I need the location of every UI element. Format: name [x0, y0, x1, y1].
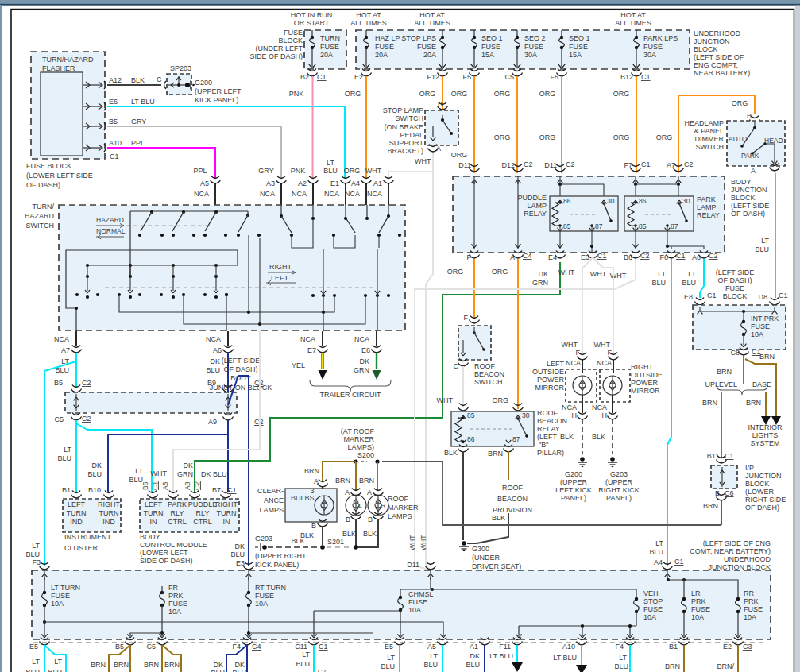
svg-text:ORG: ORG	[345, 90, 361, 98]
svg-text:LT BLU: LT BLU	[489, 652, 513, 660]
svg-text:"B": "B"	[539, 441, 548, 449]
svg-text:TURN: TURN	[99, 509, 119, 517]
svg-text:SP203: SP203	[170, 64, 191, 72]
svg-text:G203: G203	[610, 470, 628, 478]
svg-text:TRAILER CIRCUIT: TRAILER CIRCUIT	[319, 391, 381, 399]
svg-text:PARK LPS: PARK LPS	[643, 34, 678, 42]
svg-text:BLU: BLU	[423, 661, 438, 669]
svg-text:DK: DK	[234, 543, 245, 550]
svg-text:C1: C1	[151, 481, 159, 490]
svg-text:D11: D11	[458, 161, 471, 169]
svg-text:10A: 10A	[643, 613, 656, 621]
svg-text:F: F	[467, 253, 472, 261]
svg-text:C6: C6	[725, 489, 734, 497]
svg-text:BLU: BLU	[755, 245, 769, 253]
svg-text:B5: B5	[54, 379, 63, 387]
svg-text:SEO 2: SEO 2	[524, 34, 546, 42]
svg-text:GRN: GRN	[177, 470, 193, 478]
svg-text:D11: D11	[407, 561, 419, 569]
svg-text:10A: 10A	[408, 606, 421, 614]
svg-text:STOP: STOP	[643, 597, 663, 605]
svg-text:85: 85	[467, 411, 475, 419]
svg-text:OR START: OR START	[294, 19, 330, 27]
svg-text:BRN: BRN	[335, 477, 350, 485]
svg-text:LT TURN: LT TURN	[51, 584, 80, 592]
svg-text:IN: IN	[223, 518, 230, 526]
svg-text:FUSE: FUSE	[417, 43, 436, 51]
svg-text:A4: A4	[351, 180, 360, 187]
svg-text:BRN: BRN	[488, 450, 503, 458]
svg-text:(ON BRAKE: (ON BRAKE	[384, 123, 423, 131]
svg-text:BRN: BRN	[114, 661, 129, 669]
svg-text:F7: F7	[624, 161, 632, 169]
svg-text:NCA: NCA	[597, 359, 612, 367]
svg-text:ORG: ORG	[613, 90, 630, 98]
svg-text:LEFT KICK: LEFT KICK	[555, 486, 591, 494]
svg-text:RIGHT: RIGHT	[631, 363, 654, 371]
svg-text:B: B	[368, 516, 373, 523]
svg-text:ANCE: ANCE	[264, 496, 284, 504]
svg-text:NCA: NCA	[562, 404, 577, 411]
svg-text:ORG: ORG	[656, 133, 673, 141]
svg-text:LT BLU: LT BLU	[553, 654, 577, 662]
svg-text:BLU: BLU	[651, 279, 666, 287]
svg-text:KICK PANEL): KICK PANEL)	[255, 561, 299, 569]
svg-text:BASE: BASE	[752, 380, 771, 388]
svg-text:A: A	[367, 489, 372, 496]
svg-text:BLU: BLU	[25, 668, 40, 672]
svg-text:YEL: YEL	[292, 361, 305, 369]
svg-text:F11: F11	[499, 643, 511, 651]
svg-text:BODY: BODY	[731, 178, 752, 186]
svg-text:E6: E6	[109, 98, 118, 106]
svg-text:B5: B5	[115, 643, 124, 651]
svg-text:BEACON: BEACON	[474, 370, 504, 378]
svg-text:86: 86	[563, 197, 571, 205]
svg-text:BRN: BRN	[717, 368, 732, 376]
svg-text:C2: C2	[524, 160, 533, 168]
svg-text:WHT: WHT	[562, 341, 578, 349]
svg-text:PRK: PRK	[744, 597, 759, 605]
svg-text:A: A	[751, 167, 756, 175]
svg-text:BRN: BRN	[703, 502, 718, 510]
svg-text:SWITCH: SWITCH	[474, 378, 503, 386]
svg-text:ENG COMPT,: ENG COMPT,	[694, 61, 738, 69]
svg-text:LT: LT	[658, 270, 666, 278]
svg-text:BLU: BLU	[232, 669, 246, 672]
svg-text:BLK: BLK	[363, 530, 377, 538]
svg-text:FLASHER: FLASHER	[42, 64, 75, 72]
svg-text:A4: A4	[654, 558, 663, 566]
svg-text:30: 30	[522, 411, 530, 419]
svg-text:FUSE: FUSE	[691, 605, 710, 613]
svg-text:SEO 1: SEO 1	[569, 34, 590, 42]
svg-text:LIGHTS: LIGHTS	[752, 431, 779, 439]
svg-text:E3: E3	[236, 559, 245, 567]
svg-text:E6: E6	[361, 346, 370, 354]
svg-text:HAZ LP: HAZ LP	[375, 34, 400, 42]
svg-text:BLU: BLU	[614, 662, 628, 670]
svg-text:B2: B2	[300, 73, 309, 81]
svg-text:OUTSIDE: OUTSIDE	[532, 368, 564, 376]
svg-text:RELAY: RELAY	[537, 425, 560, 433]
svg-text:FUSE: FUSE	[725, 284, 744, 292]
svg-text:15A: 15A	[481, 51, 494, 59]
svg-text:UNDERHOOD: UNDERHOOD	[724, 555, 771, 563]
svg-text:DK: DK	[183, 462, 193, 469]
svg-text:(UPPER: (UPPER	[560, 478, 588, 486]
svg-text:BLK: BLK	[444, 449, 458, 457]
svg-text:A1: A1	[373, 180, 382, 187]
svg-text:NCA: NCA	[300, 335, 315, 343]
svg-text:CONTROL MODULE: CONTROL MODULE	[140, 541, 207, 549]
svg-text:LT: LT	[302, 651, 310, 658]
svg-text:B1: B1	[62, 486, 71, 494]
svg-text:E8: E8	[684, 293, 693, 301]
svg-text:MIRROR: MIRROR	[631, 387, 660, 395]
svg-text:S201: S201	[327, 538, 344, 546]
svg-text:PNK: PNK	[291, 167, 306, 175]
svg-text:OUTSIDE: OUTSIDE	[631, 371, 663, 379]
svg-text:C2: C2	[82, 379, 91, 387]
svg-text:BRN: BRN	[665, 662, 680, 670]
svg-text:RLY: RLY	[196, 509, 210, 517]
svg-text:A: A	[510, 253, 515, 261]
svg-text:NCA: NCA	[345, 190, 360, 198]
svg-text:85: 85	[563, 222, 571, 230]
